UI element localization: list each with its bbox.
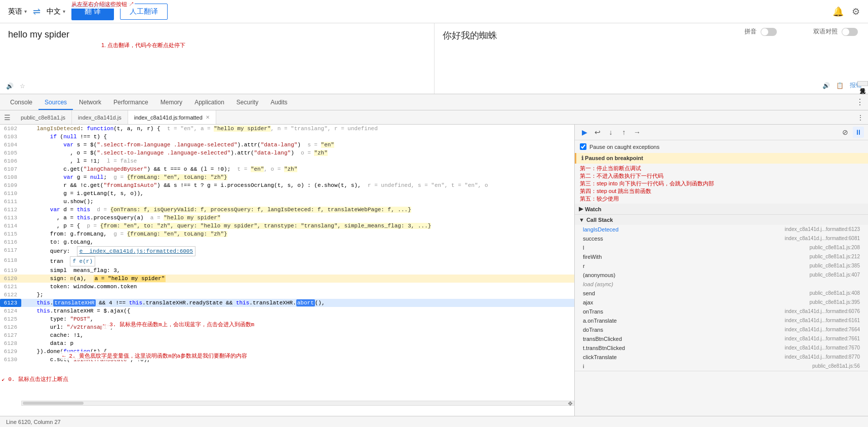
tab-security[interactable]: Security xyxy=(230,96,264,110)
step-button[interactable]: → xyxy=(632,127,643,138)
translate-button[interactable]: 翻 译 xyxy=(71,3,114,20)
callstack-load-async: load (async) xyxy=(575,280,868,289)
tab-console[interactable]: Console xyxy=(4,96,38,110)
translation-area: hello my spider 🔊 ☆ 1. 点击翻译，代码今在断点处停下 你好… xyxy=(0,23,868,94)
bilingual-toggle[interactable] xyxy=(842,28,858,36)
step-over-button[interactable]: ↩ xyxy=(592,127,603,138)
callstack-item-success[interactable]: success index_c8a141d.j...formatted:6081 xyxy=(575,234,868,243)
step-into-button[interactable]: ↓ xyxy=(605,127,616,138)
speaker-icon[interactable]: 🔊 xyxy=(6,83,14,90)
sidebar-toggle-icon[interactable]: ☰ xyxy=(0,113,15,122)
status-bar-text: Line 6120, Column 27 xyxy=(6,419,61,425)
scrollbar-thumb[interactable] xyxy=(23,402,84,405)
source-lang-selector[interactable]: 英语 ▾ xyxy=(8,7,27,16)
code-line-6111: 6111 u.show(); xyxy=(0,198,574,206)
annotation-1: 1. 点击翻译，代码今在断点处停下 xyxy=(101,42,185,49)
star-icon[interactable]: ☆ xyxy=(20,83,25,90)
resume-button[interactable]: ▶ xyxy=(579,127,590,138)
watch-section: ▶ Watch xyxy=(575,204,868,215)
source-lang-label: 英语 xyxy=(8,7,22,16)
code-editor[interactable]: 6102 langIsDeteced: function(t, a, n, r)… xyxy=(0,125,574,416)
paused-message: Paused on breakpoint xyxy=(585,155,643,161)
annotation-0-arrow: ↙ 0. 鼠标点击这打上断点 xyxy=(0,375,70,383)
target-lang-selector[interactable]: 中文 ▾ xyxy=(47,7,65,16)
code-line-6116: 6116 to: g.toLang, xyxy=(0,238,574,246)
code-line-6114: 6114 , p = { p = {from: "en", to: "zh", … xyxy=(0,222,574,230)
callstack-item-dotrans[interactable]: doTrans index_c8a141d.j...formatted:7664 xyxy=(575,325,868,334)
callstack-item-r[interactable]: r public_c8e81a1.js:385 xyxy=(575,261,868,270)
callstack-item-langisdeteced[interactable]: langIsDeteced index_c8a141d.j...formatte… xyxy=(575,225,868,234)
debug-annotation-4: 第四：step out 跳出当前函数 xyxy=(580,187,863,195)
pinyin-toggle[interactable] xyxy=(761,28,777,36)
callstack-section-header[interactable]: ▼ Call Stack xyxy=(575,215,868,225)
pause-on-caught-checkbox[interactable] xyxy=(580,143,586,150)
speaker-icon-right[interactable]: 🔊 xyxy=(822,82,830,89)
pinyin-label: 拼音 xyxy=(744,27,757,36)
callstack-item-l[interactable]: l public_c8e81a1.js:208 xyxy=(575,243,868,252)
file-tab-action-icon[interactable]: ⋮ xyxy=(853,113,868,122)
translator-bar: 英语 ▾ ⇌ 中文 ▾ 翻 译 人工翻译 🔔 ⚙ xyxy=(0,0,868,23)
callstack-item-clicktranslate[interactable]: clickTranslate index_c8a141d.j...formatt… xyxy=(575,353,868,362)
bilingual-toggle-group: 双语对照 xyxy=(813,27,858,36)
callstack-triangle-icon: ▼ xyxy=(579,217,584,223)
watch-section-header[interactable]: ▶ Watch xyxy=(575,204,868,214)
callstack-item-ontrans[interactable]: onTrans index_c8a141d.j...formatted:6076 xyxy=(575,307,868,316)
callstack-item-send[interactable]: send public_c8e81a1.js:408 xyxy=(575,289,868,298)
pause-on-caught-row: Pause on caught exceptions xyxy=(575,140,868,153)
code-line-6127: 6127 cache: !1, xyxy=(0,331,574,339)
horizontal-scrollbar[interactable]: ❖ xyxy=(21,401,574,406)
callstack-item-aontranslate[interactable]: a.onTranslate index_c8a141d.j...formatte… xyxy=(575,316,868,325)
file-tab-index[interactable]: index_c8a141d.js xyxy=(72,110,128,124)
source-text: hello my spider xyxy=(8,29,426,40)
pinyin-toggle-group: 拼音 xyxy=(744,27,777,36)
callstack-item-transbtncklicked[interactable]: transBtnClicked index_c8a141d.j...format… xyxy=(575,334,868,343)
notification-icon[interactable]: 🔔 xyxy=(833,6,844,17)
tab-sources[interactable]: Sources xyxy=(38,96,73,110)
target-text-panel: 你好我的蜘蛛 🔊 📋 报错 拼音 双语对照 xyxy=(435,23,869,94)
tabs-more-button[interactable]: ⋮ xyxy=(856,97,864,110)
file-tab-formatted[interactable]: index_c8a141d.js:formatted ✕ xyxy=(128,110,216,124)
debug-annotation-1: 第一：停止当前断点调试 xyxy=(580,165,863,172)
target-bottom-icons: 🔊 📋 报错 xyxy=(822,81,862,90)
scroll-right-icon[interactable]: ❖ xyxy=(568,398,573,408)
code-line-6103: 6103 if (null !== t) { xyxy=(0,133,574,141)
callstack-item-anonymous[interactable]: (anonymous) public_c8e81a1.js:407 xyxy=(575,270,868,280)
tab-performance[interactable]: Performance xyxy=(107,96,154,110)
pause-button[interactable]: ⏸ xyxy=(853,127,864,138)
debugger-panel: ▶ ↩ ↓ ↑ → ⊘ ⏸ 从左至右介绍这些按钮 ↗ Pause on caug… xyxy=(574,125,868,416)
callstack-item-firewith[interactable]: fireWith public_c8e81a1.js:212 xyxy=(575,252,868,261)
code-lines: 6102 langIsDeteced: function(t, a, n, r)… xyxy=(0,125,574,364)
feedback-button[interactable]: 意见反馈 xyxy=(857,81,868,86)
copy-icon[interactable]: 📋 xyxy=(836,82,844,89)
settings-icon[interactable]: ⚙ xyxy=(852,6,860,17)
file-tabs: ☰ public_c8e81a1.js index_c8a141d.js ind… xyxy=(0,110,868,125)
main-content: 6102 langIsDeteced: function(t, a, n, r)… xyxy=(0,125,868,416)
callstack-section: ▼ Call Stack langIsDeteced index_c8a141d… xyxy=(575,215,868,371)
step-out-button[interactable]: ↑ xyxy=(618,127,629,138)
file-tab-public[interactable]: public_c8e81a1.js xyxy=(15,110,72,124)
code-line-6112: 6112 var d = this d = {onTrans: f, isQue… xyxy=(0,206,574,214)
human-translate-button[interactable]: 人工翻译 xyxy=(120,4,168,20)
code-line-6119: 6119 simpl means_flag: 3, xyxy=(0,266,574,275)
swap-languages-icon[interactable]: ⇌ xyxy=(33,6,41,17)
tab-memory[interactable]: Memory xyxy=(154,96,188,110)
callstack-item-ttransbtncklicked[interactable]: t.transBtnClicked index_c8a141d.j...form… xyxy=(575,343,868,353)
devtools-tabs: Console Sources Network Performance Memo… xyxy=(0,94,868,110)
tab-audits[interactable]: Audits xyxy=(264,96,293,110)
callstack-item-ajax[interactable]: ajax public_c8e81a1.js:395 xyxy=(575,298,868,307)
target-lang-arrow: ▾ xyxy=(63,9,65,14)
code-line-6130: 6130 c.set("isInRtTransState", !0), xyxy=(0,356,574,364)
code-line-6113: 6113 , a = this.processQuery(a) a = "hel… xyxy=(0,214,574,222)
debug-annotation-5: 第五：较少使用 xyxy=(580,195,863,203)
code-line-6102: 6102 langIsDeteced: function(t, a, n, r)… xyxy=(0,125,574,133)
callstack-item-i[interactable]: i public_c8e81a1.js:56 xyxy=(575,362,868,371)
tab-network[interactable]: Network xyxy=(73,96,107,110)
tab-application[interactable]: Application xyxy=(188,96,230,110)
target-lang-label: 中文 xyxy=(47,7,61,16)
close-tab-icon[interactable]: ✕ xyxy=(206,114,210,120)
code-line-6125: 6125 type: "POST", xyxy=(0,315,574,323)
deactivate-breakpoints-button[interactable]: ⊘ xyxy=(840,127,851,138)
code-line-6128: 6128 data: p xyxy=(0,339,574,347)
code-line-6121: 6121 token: window.common.token xyxy=(0,283,574,291)
debugger-toolbar: ▶ ↩ ↓ ↑ → ⊘ ⏸ 从左至右介绍这些按钮 ↗ xyxy=(575,125,868,140)
